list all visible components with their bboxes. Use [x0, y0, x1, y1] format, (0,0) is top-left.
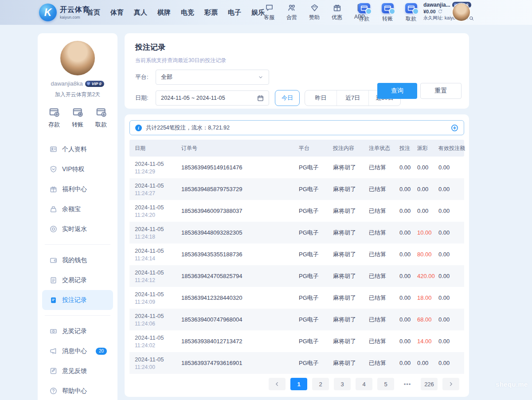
- sidebar-item-yuebao[interactable]: 余额宝: [42, 199, 113, 219]
- service-shortcuts: 客服合营赞助优惠APP: [261, 4, 368, 21]
- sidebar-item-redeem[interactable]: 兑奖记录: [42, 321, 113, 341]
- cell-bet: 0.00: [394, 229, 412, 236]
- page-button[interactable]: 1: [290, 378, 307, 390]
- cell-date: 2024-11-0511:24:14: [129, 247, 176, 262]
- quick-action-withdraw-outline[interactable]: 取款: [95, 106, 107, 129]
- nav-link[interactable]: 电竞: [181, 8, 194, 17]
- sidebar-item-welfare[interactable]: 福利中心: [42, 179, 113, 199]
- cell-status: 已结算: [364, 316, 394, 324]
- sidebar-item-help[interactable]: 帮助中心: [42, 381, 113, 400]
- sidebar-item-message[interactable]: 消息中心20: [42, 341, 113, 361]
- range-today-button[interactable]: 今日: [275, 90, 300, 106]
- transfer-shortcut[interactable]: 转账: [379, 3, 396, 23]
- cell-bet: 0.00: [394, 251, 412, 258]
- next-page-button[interactable]: [442, 378, 459, 390]
- brand-logo-icon: K: [39, 4, 57, 21]
- page-button[interactable]: 2: [312, 378, 329, 390]
- table-header: 日期订单号平台投注内容注单状态投注派彩有效投注额: [129, 140, 464, 157]
- table-row: 2024-11-0511:24:121853639424705825794PG电…: [129, 265, 464, 287]
- cell-content: 麻将胡了: [328, 251, 364, 259]
- cell-payout: 80.00: [412, 251, 433, 258]
- nav-link[interactable]: 真人: [134, 8, 147, 17]
- profile-icon: [50, 145, 57, 153]
- wallet-item-label: 取款: [406, 15, 416, 23]
- reset-button[interactable]: 重置: [420, 83, 462, 99]
- brand-logo[interactable]: K 开云体育 kaiyun.com: [39, 4, 90, 21]
- cell-valid: 0.00: [433, 229, 464, 236]
- sidebar-item-label: 兑奖记录: [62, 327, 87, 335]
- cell-content: 麻将胡了: [328, 272, 364, 280]
- sidebar-item-transactions[interactable]: 交易记录: [42, 270, 113, 290]
- cell-valid: 0.00: [433, 294, 464, 301]
- search-icon[interactable]: [469, 16, 474, 21]
- sidebar-item-feedback[interactable]: 意见反馈: [42, 361, 113, 381]
- page-button[interactable]: 3: [334, 378, 351, 390]
- page-button[interactable]: 5: [377, 378, 394, 390]
- nav-link[interactable]: 电子: [228, 8, 241, 17]
- table-row: 2024-11-0511:24:181853639448093282305PG电…: [129, 222, 464, 243]
- cell-date: 2024-11-0511:24:20: [129, 204, 176, 218]
- sidebar-item-profile[interactable]: 个人资料: [42, 139, 113, 159]
- sidebar-item-rebate[interactable]: 实时返水: [42, 219, 113, 239]
- cell-valid: 0.00: [433, 273, 464, 279]
- cell-payout: 10.00: [412, 229, 433, 236]
- page-button[interactable]: 226: [421, 378, 438, 390]
- quick-action-deposit-outline[interactable]: 存款: [48, 106, 60, 129]
- search-button[interactable]: 查询: [377, 83, 417, 99]
- range-button[interactable]: 近7日: [336, 90, 368, 106]
- cell-order: 1853639448093282305: [176, 229, 293, 236]
- cell-platform: PG电子: [293, 251, 328, 259]
- expand-plus-icon[interactable]: [451, 124, 458, 132]
- prev-page-button[interactable]: [269, 378, 286, 390]
- nav-link[interactable]: 体育: [110, 8, 124, 17]
- sidebar-item-wallet[interactable]: 我的钱包: [42, 250, 113, 270]
- username[interactable]: dawanjia...: [423, 2, 450, 8]
- cell-payout: 420.00: [412, 273, 433, 279]
- rebate-icon: [50, 225, 57, 233]
- cell-payout: 0.00: [412, 164, 433, 171]
- cell-bet: 0.00: [394, 164, 412, 171]
- nav-link[interactable]: 棋牌: [157, 8, 171, 17]
- platform-select[interactable]: 全部: [156, 70, 269, 85]
- service-item-gift[interactable]: 优惠: [329, 4, 345, 21]
- cell-platform: PG电子: [293, 359, 328, 367]
- table-body: 2024-11-0511:24:291853639495149161476PG电…: [129, 157, 464, 374]
- cell-order: 1853639495149161476: [176, 164, 293, 171]
- sidebar-item-bets[interactable]: 投注记录: [42, 290, 113, 310]
- range-button[interactable]: 昨日: [305, 90, 336, 106]
- quick-action-transfer-outline[interactable]: 转账: [72, 106, 83, 129]
- cell-payout: 18.00: [412, 294, 433, 301]
- brand-name: 开云体育: [60, 5, 90, 15]
- table-row: 2024-11-0511:24:021853639384012713472PG电…: [129, 330, 464, 352]
- date-range-input[interactable]: 2024-11-05 ~ 2024-11-05: [156, 90, 269, 106]
- service-item-sponsor[interactable]: 赞助: [306, 4, 323, 21]
- cell-bet: 0.00: [394, 360, 412, 366]
- withdraw-shortcut[interactable]: 取款: [403, 3, 419, 23]
- service-item-partners[interactable]: 合营: [283, 4, 300, 21]
- feedback-icon: [50, 367, 57, 375]
- balance-value: ¥0.00: [423, 9, 436, 14]
- page-button[interactable]: 4: [356, 378, 372, 390]
- user-avatar[interactable]: [453, 4, 470, 21]
- sidebar-item-vip[interactable]: VIP特权: [42, 159, 113, 179]
- chat-icon: [265, 4, 274, 12]
- profile-avatar[interactable]: [60, 41, 95, 75]
- refresh-balance-icon[interactable]: [438, 9, 443, 14]
- platform-selected-value: 全部: [161, 73, 172, 81]
- table-row: 2024-11-0511:24:141853639435355188736PG电…: [129, 243, 464, 265]
- cell-order: 1853639435355188736: [176, 251, 293, 258]
- cell-status: 已结算: [364, 164, 394, 172]
- deposit-icon: [358, 3, 370, 13]
- sidebar-item-label: 投注记录: [62, 296, 87, 304]
- service-item-chat[interactable]: 客服: [261, 4, 278, 21]
- cell-content: 麻将胡了: [328, 185, 364, 193]
- cell-bet: 0.00: [394, 294, 412, 301]
- nav-link[interactable]: 彩票: [204, 8, 218, 17]
- page-subtitle: 当前系统支持查询最近30日的投注记录: [135, 57, 458, 64]
- cell-payout: 0.00: [412, 208, 433, 214]
- deposit-shortcut[interactable]: 存款: [356, 3, 372, 23]
- cell-bet: 0.00: [394, 338, 412, 345]
- nav-link[interactable]: 首页: [87, 8, 100, 17]
- gift-icon: [333, 4, 341, 12]
- quick-action-label: 存款: [48, 121, 60, 129]
